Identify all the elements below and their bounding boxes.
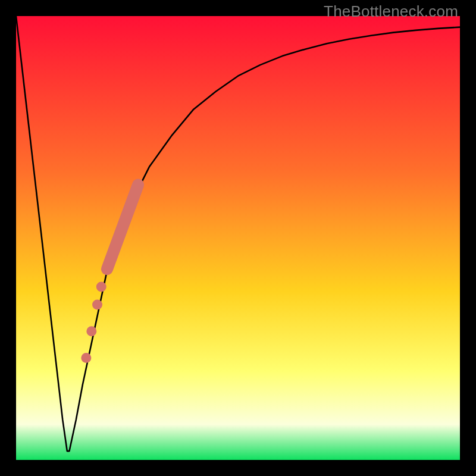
chart-frame: TheBottleneck.com [0,0,476,476]
gradient-background [16,16,460,460]
marker-dot-1 [96,282,107,292]
marker-dot-4 [81,353,91,363]
watermark-text: TheBottleneck.com [324,2,458,21]
chart-plot [16,16,460,460]
marker-dot-2 [92,299,102,309]
marker-dot-3 [86,326,96,336]
